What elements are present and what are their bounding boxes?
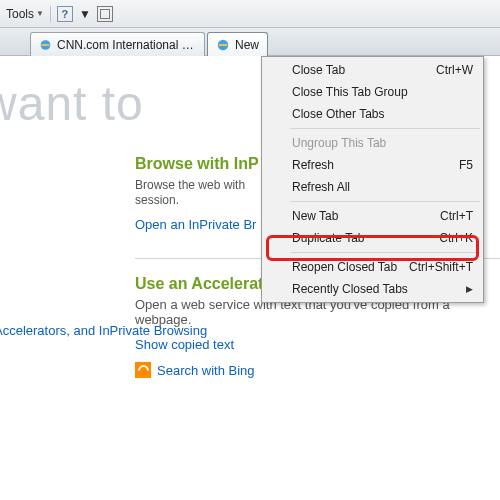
label: Close This Tab Group bbox=[292, 85, 408, 99]
open-inprivate-link[interactable]: Open an InPrivate Br bbox=[135, 217, 256, 232]
chevron-down-icon: ▼ bbox=[36, 9, 44, 18]
shortcut: F5 bbox=[459, 158, 473, 172]
shortcut: Ctrl+W bbox=[436, 63, 473, 77]
ctx-duplicate-tab[interactable]: Duplicate TabCtrl+K bbox=[264, 227, 481, 249]
toolbar-separator bbox=[50, 6, 51, 22]
ctx-reopen-closed-tab[interactable]: Reopen Closed TabCtrl+Shift+T bbox=[264, 256, 481, 278]
shortcut: Ctrl+K bbox=[439, 231, 473, 245]
tab-strip: CNN.com International - B... New bbox=[0, 28, 500, 56]
ctx-close-other-tabs[interactable]: Close Other Tabs bbox=[264, 103, 481, 125]
menu-separator bbox=[290, 252, 480, 253]
label: Close Other Tabs bbox=[292, 107, 385, 121]
menu-separator bbox=[290, 201, 480, 202]
ctx-new-tab[interactable]: New TabCtrl+T bbox=[264, 205, 481, 227]
label: Refresh All bbox=[292, 180, 350, 194]
ctx-ungroup-tab: Ungroup This Tab bbox=[264, 132, 481, 154]
ie-favicon-icon bbox=[39, 38, 52, 52]
ctx-refresh-all[interactable]: Refresh All bbox=[264, 176, 481, 198]
tab-context-menu: Close TabCtrl+W Close This Tab Group Clo… bbox=[261, 56, 484, 303]
tab-new[interactable]: New bbox=[207, 32, 268, 56]
label: Refresh bbox=[292, 158, 334, 172]
text: Browse the web with bbox=[135, 178, 245, 192]
bing-label: Search with Bing bbox=[157, 363, 255, 378]
ctx-recently-closed-tabs[interactable]: Recently Closed Tabs▶ bbox=[264, 278, 481, 300]
label: Duplicate Tab bbox=[292, 231, 365, 245]
show-copied-text-link[interactable]: Show copied text bbox=[135, 337, 234, 352]
search-with-bing-link[interactable]: Search with Bing bbox=[135, 362, 500, 378]
ctx-refresh[interactable]: RefreshF5 bbox=[264, 154, 481, 176]
menu-separator bbox=[290, 128, 480, 129]
text: session. bbox=[135, 193, 179, 207]
tools-label: Tools bbox=[6, 7, 34, 21]
submenu-arrow-icon: ▶ bbox=[466, 284, 473, 294]
label: Close Tab bbox=[292, 63, 345, 77]
label: New Tab bbox=[292, 209, 338, 223]
ctx-close-tab-group[interactable]: Close This Tab Group bbox=[264, 81, 481, 103]
footer-link[interactable]: Accelerators, and InPrivate Browsing bbox=[0, 323, 207, 338]
help-icon[interactable]: ? bbox=[57, 6, 73, 22]
shortcut: Ctrl+Shift+T bbox=[409, 260, 473, 274]
ie-favicon-icon bbox=[216, 38, 230, 52]
shortcut: Ctrl+T bbox=[440, 209, 473, 223]
tab-cnn[interactable]: CNN.com International - B... bbox=[30, 32, 205, 56]
tab-title: CNN.com International - B... bbox=[57, 38, 196, 52]
tools-menu-button[interactable]: Tools ▼ bbox=[6, 7, 44, 21]
label: Ungroup This Tab bbox=[292, 136, 386, 150]
chevron-down-icon[interactable]: ▼ bbox=[79, 7, 91, 21]
label: Reopen Closed Tab bbox=[292, 260, 397, 274]
tab-title: New bbox=[235, 38, 259, 52]
command-bar: Tools ▼ ? ▼ bbox=[0, 0, 500, 28]
bing-icon bbox=[135, 362, 151, 378]
label: Recently Closed Tabs bbox=[292, 282, 408, 296]
ctx-close-tab[interactable]: Close TabCtrl+W bbox=[264, 59, 481, 81]
developer-tools-icon[interactable] bbox=[97, 6, 113, 22]
